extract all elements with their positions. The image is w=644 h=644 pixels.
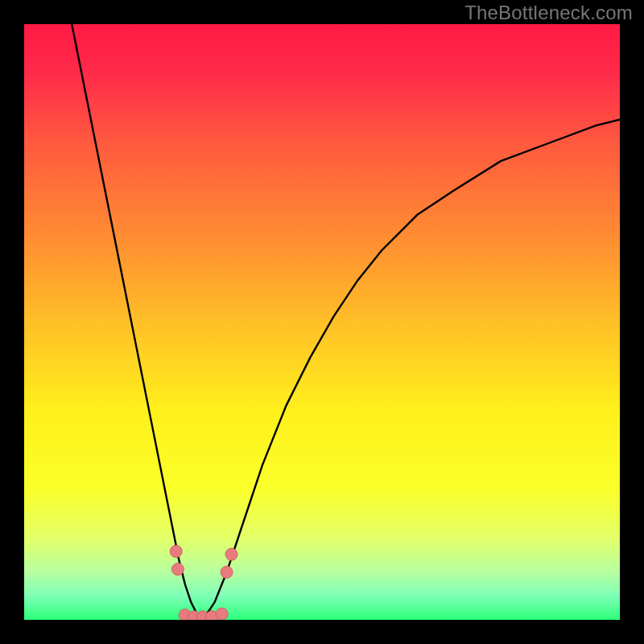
watermark-text: TheBottleneck.com <box>464 2 633 24</box>
data-markers <box>170 545 237 620</box>
data-marker <box>170 545 182 557</box>
chart-overlay <box>24 24 620 620</box>
data-marker <box>216 608 228 620</box>
plot-area <box>24 24 620 620</box>
bottleneck-curve-left <box>72 24 203 620</box>
bottleneck-curve-right <box>203 119 620 620</box>
data-marker <box>221 566 233 578</box>
data-marker <box>225 548 237 560</box>
data-marker <box>171 564 184 576</box>
chart-root: TheBottleneck.com <box>0 0 644 644</box>
